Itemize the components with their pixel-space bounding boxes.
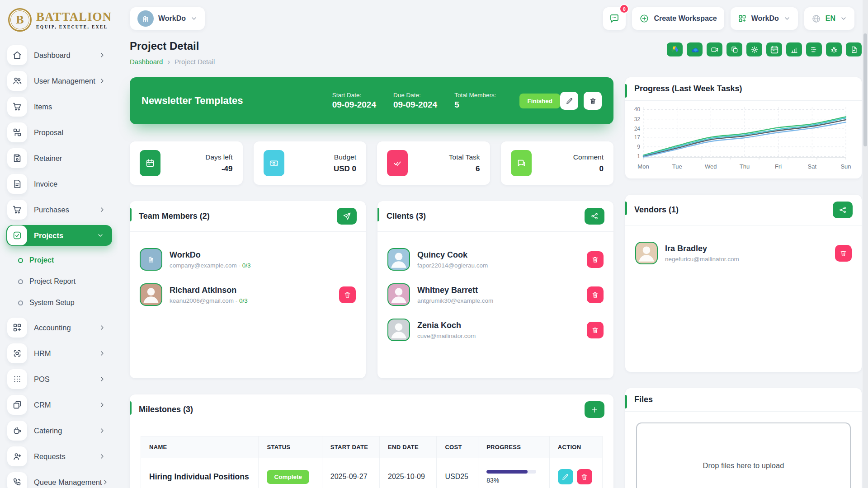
video-button[interactable]: [707, 42, 722, 56]
chart-bars-button[interactable]: [786, 42, 802, 56]
edit-project-button[interactable]: [560, 92, 578, 110]
svg-text:32: 32: [634, 116, 641, 122]
app-menu-button[interactable]: WorkDo: [731, 7, 798, 30]
circle-icon: [18, 300, 23, 305]
sidebar-item-retainer[interactable]: Retainer: [6, 148, 112, 169]
stat-label: Days left: [205, 153, 232, 161]
bug-button[interactable]: [826, 42, 842, 56]
due-date: Due Date: 09-09-2024: [393, 92, 437, 110]
svg-text:9: 9: [637, 144, 640, 150]
sidebar-item-dashboard[interactable]: Dashboard: [6, 45, 112, 66]
sidebar-item-label: Invoice: [34, 180, 108, 188]
messages-button[interactable]: 0: [603, 7, 626, 30]
calendar-button[interactable]: [766, 42, 782, 56]
queue-icon: [7, 472, 27, 488]
milestones-title: Milestones (3): [139, 405, 193, 414]
sidebar-subitem-system-setup[interactable]: System Setup: [18, 293, 112, 312]
settings-button[interactable]: [746, 42, 762, 56]
sidebar-item-user-management[interactable]: User Management: [6, 70, 112, 91]
sidebar-item-items[interactable]: Items: [6, 96, 112, 117]
invite-member-button[interactable]: [337, 208, 357, 225]
sidebar: B BATTALION EQUIP, EXECUTE, EXEL Dashboa…: [0, 0, 118, 488]
workspace-switcher[interactable]: WorkDo: [130, 7, 205, 30]
edit-milestone-button[interactable]: [558, 469, 573, 484]
breadcrumb: Dashboard Project Detail: [130, 58, 215, 66]
create-workspace-button[interactable]: Create Workspace: [632, 7, 724, 30]
delete-member-button[interactable]: [587, 286, 604, 303]
breadcrumb-separator-icon: [167, 58, 170, 66]
sidebar-item-label: Accounting: [34, 324, 99, 332]
delete-member-button[interactable]: [339, 286, 356, 303]
sidebar-item-proposal[interactable]: Proposal: [6, 122, 112, 143]
sidebar-item-queue-management[interactable]: Queue Management: [6, 472, 112, 488]
progress-title: Progress (Last Week Tasks): [634, 84, 742, 94]
bug-icon: [830, 46, 838, 54]
column-header-status: STATUS: [259, 436, 322, 458]
svg-text:24: 24: [634, 126, 641, 132]
progress-bar: [486, 470, 536, 474]
sidebar-item-requests[interactable]: Requests: [6, 446, 112, 467]
member-email: company@example.com - 0/3: [170, 262, 251, 269]
calendar-icon: [769, 45, 779, 55]
delete-member-button[interactable]: [587, 251, 604, 268]
delete-member-button[interactable]: [835, 245, 852, 262]
trash-icon: [840, 249, 847, 257]
breadcrumb-current: Project Detail: [175, 58, 215, 66]
milestone-status-badge: Complete: [267, 470, 309, 484]
sidebar-item-accounting[interactable]: Accounting: [6, 317, 112, 338]
copy-icon: [731, 46, 739, 54]
copy-button[interactable]: [726, 42, 742, 56]
sidebar-item-hrm[interactable]: HRM: [6, 343, 112, 364]
svg-text:Sat: Sat: [808, 163, 817, 170]
stat-card-budget: Budget USD 0: [254, 141, 367, 185]
sidebar-subitem-project-report[interactable]: Project Report: [18, 272, 112, 291]
member-email: negefuricu@mailinator.com: [665, 256, 739, 263]
globe-icon: [811, 14, 821, 23]
pencil-icon: [561, 473, 569, 481]
add-milestone-button[interactable]: [585, 401, 604, 418]
vendors-list: Ira Bradley negefuricu@mailinator.com: [625, 225, 862, 281]
google-drive-button[interactable]: [667, 42, 683, 56]
sidebar-subitem-project[interactable]: Project: [18, 251, 112, 270]
delete-milestone-button[interactable]: [577, 469, 592, 484]
sidebar-item-catering[interactable]: Catering: [6, 420, 112, 441]
sidebar-item-pos[interactable]: POS: [6, 369, 112, 389]
share-clients-button[interactable]: [585, 208, 604, 225]
sidebar-item-purchases[interactable]: Purchases: [6, 199, 112, 220]
sidebar-item-label: POS: [34, 375, 99, 384]
page-scrollbar[interactable]: [863, 0, 868, 488]
language-label: EN: [826, 14, 835, 23]
chevron-right-icon: [99, 453, 106, 460]
milestone-cost: USD25: [437, 458, 478, 488]
team-members-list: WorkDo company@example.com - 0/3 Richard…: [130, 232, 366, 322]
sidebar-item-projects[interactable]: Projects: [6, 225, 112, 246]
stat-value: -49: [205, 164, 232, 174]
svg-text:Wed: Wed: [705, 163, 717, 170]
report-button[interactable]: [846, 42, 862, 56]
share-vendors-button[interactable]: [833, 202, 853, 218]
member-name: Zenia Koch: [417, 321, 476, 330]
sidebar-submenu: Project Project Report System Setup: [18, 251, 112, 312]
scrollbar-thumb[interactable]: [863, 33, 867, 146]
total-members: Total Members: 5: [454, 92, 496, 110]
file-dropzone[interactable]: Drop files here to upload: [636, 422, 851, 488]
sidebar-item-crm[interactable]: CRM: [6, 394, 112, 415]
delete-project-button[interactable]: [584, 92, 602, 110]
cart-icon: [7, 97, 27, 117]
timeline-button[interactable]: [806, 42, 822, 56]
delete-member-button[interactable]: [587, 322, 604, 338]
brand-tagline: EQUIP, EXECUTE, EXEL: [36, 25, 112, 29]
sidebar-item-label: Items: [34, 103, 108, 111]
video-icon: [711, 46, 719, 54]
topbar: WorkDo 0 Create Workspace WorkDo EN: [118, 0, 868, 33]
svg-text:1: 1: [637, 153, 640, 160]
member-email: fapor22014@oglerau.com: [417, 262, 488, 269]
home-icon: [7, 45, 27, 65]
svg-text:40: 40: [634, 106, 641, 113]
breadcrumb-dashboard-link[interactable]: Dashboard: [130, 58, 163, 66]
sidebar-item-invoice[interactable]: Invoice: [6, 174, 112, 194]
avatar: [387, 248, 410, 271]
onedrive-button[interactable]: [687, 42, 703, 56]
person-avatar-icon: [635, 242, 658, 264]
language-selector[interactable]: EN: [804, 7, 854, 30]
